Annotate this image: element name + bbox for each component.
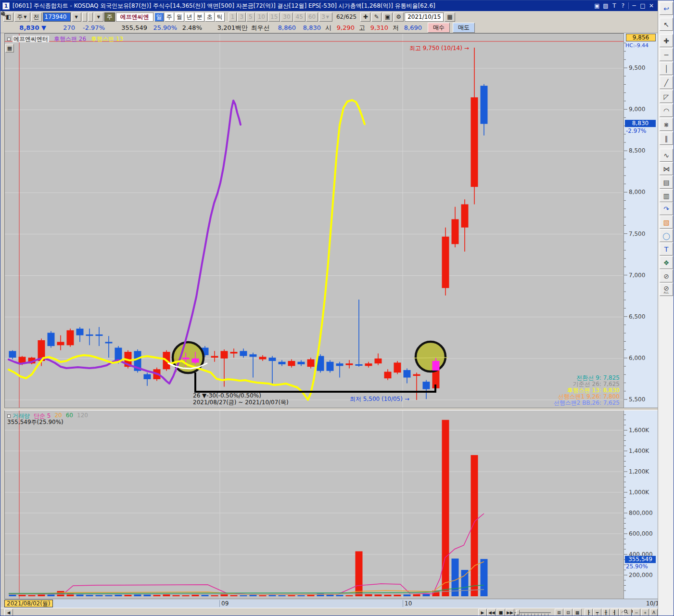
recent-chart-icon[interactable]: ↩ bbox=[660, 2, 673, 15]
shapes-tool-icon[interactable]: ❖ bbox=[660, 256, 673, 269]
segment-tool-icon[interactable]: ─ bbox=[660, 48, 673, 61]
last-price: 8,830 ▼ bbox=[0, 24, 46, 31]
zoom-slider-thumb[interactable] bbox=[516, 610, 520, 615]
close-button[interactable]: ✕ bbox=[647, 2, 656, 9]
period-button-분[interactable]: 분 bbox=[195, 13, 204, 22]
indicator-icon[interactable]: ✚ bbox=[360, 13, 370, 22]
buy-button[interactable]: 매수 bbox=[428, 23, 450, 33]
font-size-button[interactable]: A bbox=[650, 609, 658, 616]
playback-button-1[interactable]: ◀◀ bbox=[487, 609, 496, 616]
prev-stock-button[interactable]: 전 bbox=[31, 13, 42, 22]
drawing-toolbar: ↩↖✚─│╱◸◠⋇∥∿⋈▤▥↷▧◯T❖⊘⊘ALL bbox=[658, 0, 674, 616]
titlebar-icon-2[interactable]: T bbox=[610, 2, 619, 9]
grid-toggle-button[interactable]: ▦ bbox=[5, 44, 14, 52]
minute-button-15[interactable]: 15 bbox=[268, 13, 280, 22]
crosshair-tool-icon[interactable]: ✚ bbox=[660, 34, 673, 47]
minute-button-10[interactable]: 10 bbox=[255, 13, 267, 22]
titlebar-separator bbox=[628, 2, 629, 9]
erase-all-tool-icon[interactable]: ⊘ALL bbox=[660, 283, 673, 296]
window-style-button-2[interactable]: ▦ bbox=[573, 609, 582, 616]
circle-tool-icon[interactable]: ◯ bbox=[660, 229, 673, 242]
pane-marker-icon[interactable] bbox=[7, 38, 11, 41]
minute-button-30[interactable]: 30 bbox=[280, 13, 292, 22]
playback-button-0[interactable]: ▶ bbox=[478, 609, 487, 616]
period-button-틱[interactable]: 틱 bbox=[215, 13, 225, 22]
arrow-draw-tool-icon[interactable]: ↷ bbox=[660, 202, 673, 215]
price-chart-canvas[interactable] bbox=[5, 34, 624, 408]
vline-tool-icon[interactable]: │ bbox=[660, 62, 673, 75]
axis-style-button-1[interactable]: ┯ bbox=[593, 609, 601, 616]
minute-select[interactable]: 3▼ bbox=[319, 13, 332, 22]
price-change: 270 bbox=[46, 24, 75, 31]
period-button-월[interactable]: 월 bbox=[175, 13, 184, 22]
volume-axis[interactable]: 200,000400,000600,000800,0001,000K1,200K… bbox=[623, 411, 658, 599]
sound-button[interactable] bbox=[88, 13, 93, 22]
zoom-out-button[interactable]: − bbox=[633, 609, 640, 616]
price-axis[interactable]: 9,856 HC:-9.44 9,5009,0008,5008,0007,500… bbox=[623, 33, 658, 408]
draw-icon[interactable]: ✎ bbox=[371, 13, 382, 22]
wave-tool-icon[interactable]: ∿ bbox=[660, 149, 673, 162]
minimize-button[interactable]: ─ bbox=[630, 2, 638, 9]
maximize-button[interactable]: □ bbox=[638, 2, 647, 9]
trendline-tool-icon[interactable]: ╱ bbox=[660, 76, 673, 89]
stock-name-box[interactable]: 에프엔씨엔 bbox=[116, 13, 153, 22]
rays-tool-icon[interactable]: ⋇ bbox=[660, 118, 673, 131]
playback-button-2[interactable]: ■ bbox=[496, 609, 505, 616]
window-style-button-0[interactable]: ⊞ bbox=[555, 609, 563, 616]
parallel-tool-icon[interactable]: ∥ bbox=[660, 132, 673, 145]
period-button-초[interactable]: 초 bbox=[205, 13, 215, 22]
playback-button-3[interactable]: ▶▶ bbox=[506, 609, 514, 616]
axis-style-button-3[interactable]: ┨ bbox=[610, 609, 619, 616]
code-dropdown-button[interactable]: ▼ bbox=[72, 13, 81, 22]
pane-marker-icon[interactable] bbox=[7, 414, 11, 418]
window-style-button-1[interactable]: ⊟ bbox=[564, 609, 572, 616]
open-price: 9,290 bbox=[331, 24, 355, 31]
cycle-button[interactable]: 주▼ bbox=[14, 13, 30, 22]
titlebar-icon-0[interactable]: ▣ bbox=[593, 2, 601, 9]
channel3-tool-icon[interactable]: ▤ bbox=[660, 176, 673, 189]
minute-button-5[interactable]: 5 bbox=[246, 13, 255, 22]
period-button-년[interactable]: 년 bbox=[185, 13, 194, 22]
settings-icon[interactable]: ⚙ bbox=[394, 13, 404, 22]
channel4-tool-icon[interactable]: ▥ bbox=[660, 189, 673, 202]
svg-text:6,500: 6,500 bbox=[629, 313, 645, 320]
magnifier-button[interactable] bbox=[623, 609, 632, 616]
save-icon[interactable]: ▣ bbox=[382, 13, 393, 22]
period-button-주[interactable]: 주 bbox=[165, 13, 174, 22]
sound-dropdown-button[interactable]: ▼ bbox=[94, 13, 103, 22]
volume-ma-label-2: 60 bbox=[66, 412, 73, 420]
cycle-label: 주 bbox=[17, 13, 23, 21]
titlebar-icon-1[interactable]: ▨ bbox=[601, 2, 610, 9]
low-label: 저 bbox=[388, 24, 399, 32]
titlebar-icon-3[interactable]: ? bbox=[619, 2, 627, 9]
minute-button-45[interactable]: 45 bbox=[293, 13, 305, 22]
price-chart-pane[interactable] bbox=[4, 33, 623, 408]
sell-button[interactable]: 매도 bbox=[453, 23, 475, 33]
minute-button-1[interactable]: 1 bbox=[229, 13, 237, 22]
date-axis[interactable]: 2021/08/02(월) 0910 10/15 bbox=[4, 599, 658, 608]
net-tool-icon[interactable]: ⋈ bbox=[660, 162, 673, 175]
fan-tool-icon[interactable]: ◠ bbox=[660, 104, 673, 117]
minute-button-60[interactable]: 60 bbox=[306, 13, 318, 22]
svg-text:7,500: 7,500 bbox=[629, 231, 645, 237]
text-tool-icon[interactable]: T bbox=[660, 243, 673, 256]
cursor-icon[interactable]: ↖ bbox=[660, 18, 673, 31]
volume-chart-pane[interactable] bbox=[4, 411, 623, 599]
zoom-in-button[interactable]: ＋ bbox=[641, 609, 649, 616]
axis-style-button-2[interactable]: ╂ bbox=[602, 609, 610, 616]
stock-code-input[interactable] bbox=[43, 13, 71, 22]
volume-chart-canvas[interactable] bbox=[5, 411, 624, 599]
area-highlight-tool-icon[interactable]: ▧ bbox=[660, 216, 673, 229]
period-button-일[interactable]: 일 bbox=[154, 13, 164, 22]
search-button[interactable] bbox=[82, 13, 87, 22]
zoom-slider-track[interactable] bbox=[514, 612, 551, 613]
axis-style-button-0[interactable]: ┠ bbox=[585, 609, 593, 616]
chart-date-box[interactable]: 2021/10/15 bbox=[405, 13, 444, 22]
box-trend-tool-icon[interactable]: ◸ bbox=[660, 90, 673, 103]
bottom-scroll-row: ◀ ▶◀◀■▶▶ ⊞⊟▦┠┯╂┨◠▞ − ＋ A bbox=[0, 608, 658, 616]
minute-button-3[interactable]: 3 bbox=[237, 13, 246, 22]
speaker-icon bbox=[0, 11, 6, 17]
calendar-button[interactable]: ▦ bbox=[445, 13, 455, 22]
scroll-left-button[interactable]: ◀ bbox=[4, 609, 13, 616]
eraser-tool-icon[interactable]: ⊘ bbox=[660, 270, 673, 282]
